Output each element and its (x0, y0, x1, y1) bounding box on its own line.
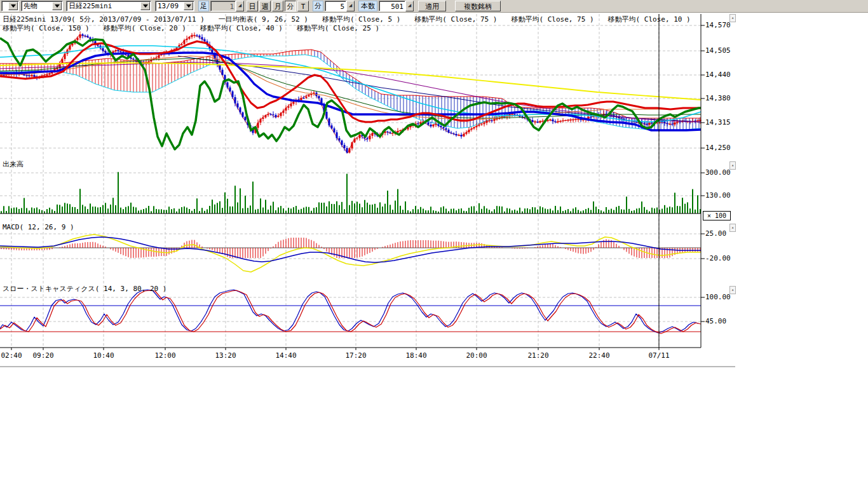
legend-ma75b: 移動平均( Close, 75 ) (511, 15, 593, 24)
price-axis-label: 14,505 (705, 46, 738, 55)
time-axis-label: 13:20 (210, 351, 241, 360)
volume-multiplier-badge: × 100 (703, 211, 731, 220)
price-axis-label: 14,570 (705, 21, 738, 29)
time-axis-label: 22:40 (584, 351, 614, 360)
time-axis-label: 18:40 (401, 351, 431, 360)
legend-ma5: 移動平均( Close, 5 ) (322, 15, 400, 24)
legend-ma150: 移動平均( Close, 150 ) (3, 24, 90, 32)
main-chart-legend: 日経225mini 13/09( 5分, 2013/07/09 - 2013/0… (3, 15, 705, 24)
legend-ma75a: 移動平均( Close, 75 ) (414, 15, 497, 24)
stoch-axis-label: 45.00 (705, 317, 738, 325)
legend-symbol: 日経225mini 13/09( 5分, 2013/07/09 - 2013/0… (3, 15, 205, 24)
price-axis-label: 14,380 (705, 94, 738, 102)
time-axis-label: 12:00 (150, 351, 180, 360)
legend-ma10: 移動平均( Close, 10 ) (608, 15, 691, 24)
stoch-panel-title: スロー・ストキャスティクス( 14, 3, 80, 20 ) (3, 284, 166, 294)
stoch-axis-label: 100.00 (705, 293, 738, 301)
time-axis-label: 17:20 (341, 351, 371, 360)
legend-ma20: 移動平均( Close, 20 ) (104, 24, 186, 32)
time-axis-label: 10:40 (88, 351, 119, 360)
price-axis-label: 14,250 (705, 144, 738, 152)
legend-ichimoku: 一目均衡表( 9, 26, 52 ) (219, 15, 308, 24)
legend-ma40: 移動平均( Close, 40 ) (200, 24, 283, 32)
legend-ma25: 移動平均( Close, 25 ) (297, 24, 379, 32)
macd-panel-title: MACD( 12, 26, 9 ) (3, 223, 74, 231)
macd-axis-label: 25.00 (705, 229, 738, 238)
macd-axis-label: -20.00 (705, 254, 738, 262)
price-axis-label: 14,315 (705, 118, 738, 126)
time-axis-label: 07/11 (644, 351, 674, 360)
volume-panel-title: 出来高 (3, 159, 24, 169)
time-axis-label: 21:20 (523, 351, 553, 360)
time-axis-label: 02:40 (0, 351, 27, 360)
volume-axis-label: 300.00 (705, 168, 738, 177)
price-axis-label: 14,440 (705, 71, 738, 79)
time-axis-label: 14:40 (271, 351, 301, 360)
main-chart-legend-row2: 移動平均( Close, 150 )移動平均( Close, 20 )移動平均(… (3, 24, 393, 33)
volume-axis-label: 130.00 (705, 191, 738, 200)
time-axis-label: 20:00 (461, 351, 492, 360)
app-window: 先物 日経225mini 13/09 足 1 ◢ 日 週 月 分 T 分 5 ◢… (0, 0, 868, 488)
time-axis-label: 09:20 (28, 351, 58, 360)
